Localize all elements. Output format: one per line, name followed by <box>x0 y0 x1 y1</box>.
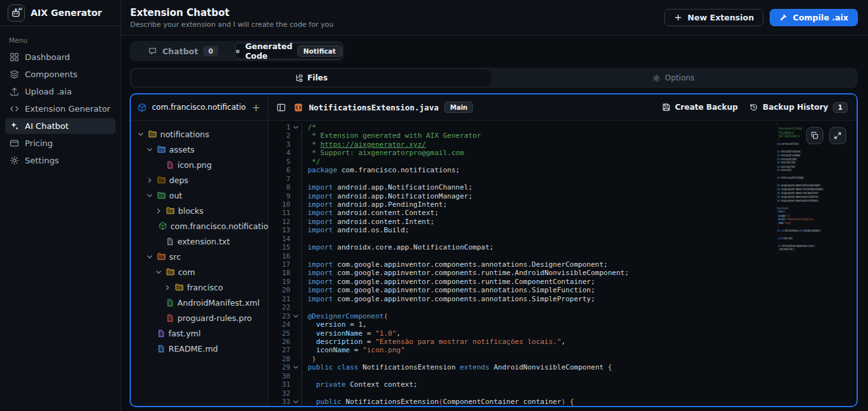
card-icon <box>10 138 19 148</box>
tree-item-label: notifications <box>160 130 209 139</box>
expand-code-button[interactable] <box>829 127 846 144</box>
gear-icon <box>652 74 661 82</box>
tree-item-fast-yml[interactable]: fast.yml <box>133 325 266 341</box>
tree-item-blocks[interactable]: blocks <box>133 203 266 218</box>
view-tabs: Chatbot 0 Generated Code Notificat <box>130 41 344 61</box>
line-number: 31 <box>269 380 290 389</box>
fold-spacer <box>290 389 301 398</box>
line-number: 14 <box>269 235 290 243</box>
tree-item-androidmanifest-xml[interactable]: AndroidManifest.xml <box>133 295 266 310</box>
fold-spacer <box>290 218 301 226</box>
fold-spacer <box>290 278 301 286</box>
fold-spacer <box>290 200 301 209</box>
toggle-sidebar-icon[interactable] <box>274 100 288 114</box>
tab-generated-code[interactable]: Generated Code Notificat <box>235 43 342 59</box>
subtab-files[interactable]: Files <box>131 70 491 86</box>
fold-spacer <box>290 158 301 166</box>
package-cube-icon <box>137 103 147 112</box>
code-line: 7 <box>269 175 857 183</box>
sidebar-item-label: Components <box>25 70 77 79</box>
chevron-down-icon[interactable] <box>146 253 154 260</box>
line-number: 24 <box>269 320 290 329</box>
upload-icon <box>10 87 19 96</box>
line-number: 18 <box>269 269 290 277</box>
chevron-right-icon[interactable] <box>146 177 154 184</box>
app-logo-row: AI AIX Generator <box>0 0 121 26</box>
files-panel: com.francisco.notifications + notificati… <box>130 93 858 407</box>
main-area: Extension Chatbot Describe your extensio… <box>121 0 868 411</box>
code-line: 18import com.google.appinventor.componen… <box>269 269 857 277</box>
tree-item-notifications[interactable]: notifications <box>133 126 266 142</box>
code-line: 8import android.app.NotificationChannel; <box>269 183 857 191</box>
code-line: 31 private Context context; <box>269 380 857 389</box>
tree-item-readme-md[interactable]: README.md <box>133 341 266 356</box>
code-icon <box>10 104 19 114</box>
fold-toggle-icon[interactable] <box>290 123 301 131</box>
tree-item-proguard-rules-pro[interactable]: proguard-rules.pro <box>133 310 266 325</box>
create-backup-button[interactable]: Create Backup <box>662 103 738 112</box>
sidebar-item-ai-chatbot[interactable]: AI Chatbot <box>5 118 116 134</box>
file-explorer: com.francisco.notifications + notificati… <box>131 94 269 406</box>
sidebar-item-label: Settings <box>25 156 59 165</box>
tree-item-extension-txt[interactable]: extension.txt <box>133 234 266 249</box>
sidebar-item-upload-aia[interactable]: Upload .aia <box>5 84 116 100</box>
fold-toggle-icon[interactable] <box>290 363 301 371</box>
fold-spacer <box>290 338 301 346</box>
compile-aix-label: Compile .aix <box>793 13 848 22</box>
page-subtitle: Describe your extension and I will creat… <box>130 20 664 29</box>
code-line: 13import android.os.Build; <box>269 226 857 234</box>
tree-item-label: out <box>169 191 182 200</box>
code-line: 12import android.content.Intent; <box>269 218 857 226</box>
sidebar-item-settings[interactable]: Settings <box>5 153 116 168</box>
chevron-down-icon[interactable] <box>155 269 163 276</box>
fold-spacer <box>290 235 301 243</box>
tree-item-assets[interactable]: assets <box>133 142 266 157</box>
tree-item-label: blocks <box>178 206 204 216</box>
line-number: 2 <box>269 131 290 140</box>
line-number: 9 <box>269 192 290 200</box>
compile-aix-button[interactable]: Compile .aix <box>770 9 858 26</box>
code-lines: 1/*2 * Extension generated with AIX Gene… <box>269 123 857 406</box>
backup-history-button[interactable]: Backup History 1 <box>749 102 848 113</box>
tree-item-icon-png[interactable]: icon.png <box>133 157 266 172</box>
tree-item-label: src <box>169 252 181 262</box>
chevron-down-icon[interactable] <box>137 131 145 138</box>
tree-item-out[interactable]: out <box>133 188 266 203</box>
subtab-options[interactable]: Options <box>491 70 856 86</box>
tree-item-com[interactable]: com <box>133 264 266 280</box>
sidebar-item-components[interactable]: Components <box>5 66 116 82</box>
editor-header: NotificationsExtension.java Main Create … <box>269 94 857 121</box>
code-line: super(container.$form()); <box>776 248 848 251</box>
add-file-button[interactable]: + <box>251 101 262 114</box>
tab-chatbot[interactable]: Chatbot 0 <box>131 43 235 59</box>
chevron-right-icon[interactable] <box>164 284 172 291</box>
copy-code-button[interactable] <box>806 127 823 144</box>
dashboard-icon <box>10 52 19 62</box>
tree-item-label: assets <box>169 145 195 154</box>
chevron-right-icon[interactable] <box>155 207 163 214</box>
folder-icon <box>157 145 166 154</box>
fold-toggle-icon[interactable] <box>290 312 301 320</box>
tree-item-com-francisco-notifications-aix[interactable]: com.francisco.notifications.aix <box>133 218 266 234</box>
code-area[interactable]: 1/*2 * Extension generated with AIX Gene… <box>269 121 857 406</box>
sidebar-item-dashboard[interactable]: Dashboard <box>5 49 116 65</box>
chevron-down-icon[interactable] <box>146 146 154 153</box>
new-extension-button[interactable]: New Extension <box>664 9 763 26</box>
hammer-icon <box>779 13 788 22</box>
tree-item-label: icon.png <box>177 160 212 170</box>
line-number: 26 <box>269 338 290 346</box>
line-number: 21 <box>269 295 290 303</box>
fold-spacer <box>290 346 301 354</box>
tree-item-francisco[interactable]: francisco <box>133 280 266 295</box>
code-line: 11import android.content.Context; <box>269 209 857 217</box>
tree-item-src[interactable]: src <box>133 249 266 264</box>
fold-toggle-icon[interactable] <box>290 398 301 406</box>
sidebar-item-pricing[interactable]: Pricing <box>5 135 116 151</box>
tree-item-deps[interactable]: deps <box>133 172 266 188</box>
chevron-down-icon[interactable] <box>146 192 154 199</box>
tree-item-label: proguard-rules.pro <box>177 313 252 323</box>
code-line: 30 <box>269 372 857 380</box>
sidebar-item-extension-generator[interactable]: Extension Generator <box>5 101 116 117</box>
tree-item-label: fast.yml <box>168 329 201 338</box>
package-icon <box>158 221 167 230</box>
